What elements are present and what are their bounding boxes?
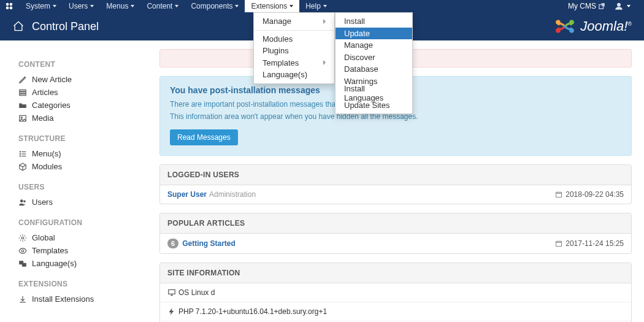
svg-rect-27 xyxy=(556,192,562,197)
caret-icon xyxy=(235,5,239,7)
sidebar-item-users[interactable]: Users xyxy=(18,196,147,209)
login-date: 2018-09-22 04:35 xyxy=(555,190,624,199)
dropdown-item-languages[interactable]: Language(s) xyxy=(254,69,334,81)
panel-heading: SITE INFORMATION xyxy=(160,263,631,283)
caret-icon xyxy=(175,5,178,7)
download-icon xyxy=(18,295,31,304)
svg-point-6 xyxy=(556,20,561,25)
eye-icon xyxy=(18,247,31,255)
sidebar-item-modules[interactable]: Modules xyxy=(18,160,147,173)
stack-icon xyxy=(18,88,31,97)
sidebar-heading-extensions: EXTENSIONS xyxy=(18,280,147,288)
cube-icon xyxy=(18,163,31,171)
svg-point-22 xyxy=(23,200,26,202)
sidebar-item-new-article[interactable]: New Article xyxy=(18,73,147,86)
dropdown-item-plugins[interactable]: Plugins xyxy=(254,45,334,57)
gear-icon xyxy=(18,234,31,242)
svg-rect-29 xyxy=(169,289,175,294)
nav-system[interactable]: System xyxy=(20,0,63,12)
siteinfo-row-php: PHP 7.1.20-1+ubuntu16.04.1+deb.sury.org+… xyxy=(160,302,631,321)
logged-in-user-row: Super User Administration 2018-09-22 04:… xyxy=(160,185,631,204)
panel-heading: LOGGED-IN USERS xyxy=(160,165,631,185)
svg-point-23 xyxy=(21,237,24,239)
nav-extensions[interactable]: Extensions xyxy=(245,0,299,12)
sidebar-heading-configuration: CONFIGURATION xyxy=(18,218,147,227)
screen-icon xyxy=(167,288,178,297)
calendar-icon xyxy=(555,191,562,198)
caret-icon xyxy=(90,5,94,7)
submenu-caret-icon xyxy=(323,60,326,65)
page-title: Control Panel xyxy=(12,20,99,33)
dropdown-item-manage[interactable]: Manage xyxy=(254,15,334,28)
nav-menus[interactable]: Menus xyxy=(100,0,140,12)
dropdown-item-templates[interactable]: Templates xyxy=(254,57,334,69)
svg-rect-18 xyxy=(21,153,26,154)
svg-rect-11 xyxy=(20,91,26,93)
sidebar-item-menus[interactable]: Menu(s) xyxy=(18,147,147,160)
svg-point-2 xyxy=(6,7,9,10)
svg-point-3 xyxy=(10,7,13,10)
sidebar-item-categories[interactable]: Categories xyxy=(18,99,147,112)
article-date: 2017-11-24 15:25 xyxy=(555,239,624,248)
list-icon xyxy=(18,150,31,158)
sidebar-item-articles[interactable]: Articles xyxy=(18,86,147,99)
svg-point-7 xyxy=(570,20,575,25)
dropdown-item-modules[interactable]: Modules xyxy=(254,33,334,45)
sidebar-item-install-extensions[interactable]: Install Extensions xyxy=(18,293,147,305)
extensions-dropdown: Manage Modules Plugins Templates Languag… xyxy=(253,12,335,84)
submenu-item-update[interactable]: Update xyxy=(335,28,412,40)
image-icon xyxy=(18,114,31,123)
caret-icon xyxy=(131,5,134,7)
sidebar-heading-users: USERS xyxy=(18,183,147,191)
folder-icon xyxy=(18,101,31,110)
sidebar-item-global[interactable]: Global xyxy=(18,231,147,244)
bolt-icon xyxy=(167,307,178,316)
svg-point-21 xyxy=(20,199,23,202)
svg-rect-20 xyxy=(21,155,26,156)
submenu-caret-icon xyxy=(323,19,326,24)
caret-icon xyxy=(53,5,56,7)
site-link[interactable]: My CMS xyxy=(568,2,605,10)
submenu-item-discover[interactable]: Discover xyxy=(335,52,412,64)
joomla-brand-icon[interactable] xyxy=(5,2,13,10)
joomla-logo: Joomla!® xyxy=(554,16,632,37)
caret-icon xyxy=(627,5,631,7)
svg-rect-16 xyxy=(21,151,26,151)
nav-help[interactable]: Help xyxy=(299,0,333,12)
svg-rect-12 xyxy=(20,94,26,95)
panel-popular-articles: POPULAR ARTICLES 6 Getting Started 2017-… xyxy=(159,213,632,254)
nav-items: System Users Menus Content Components Ex… xyxy=(20,0,333,12)
article-hits-badge: 6 xyxy=(167,239,178,248)
svg-point-0 xyxy=(6,3,9,6)
nav-content[interactable]: Content xyxy=(140,0,185,12)
article-link[interactable]: Getting Started xyxy=(182,239,236,248)
read-messages-button[interactable]: Read Messages xyxy=(170,129,238,145)
user-link[interactable]: Super User xyxy=(167,190,207,199)
nav-users[interactable]: Users xyxy=(63,0,100,12)
sidebar-item-templates[interactable]: Templates xyxy=(18,244,147,257)
siteinfo-row-os: OS Linux d xyxy=(160,283,631,302)
svg-point-15 xyxy=(20,151,21,152)
nav-components[interactable]: Components xyxy=(185,0,245,12)
sidebar-item-languages[interactable]: Language(s) xyxy=(18,257,147,270)
language-icon xyxy=(18,259,31,268)
panel-site-information: SITE INFORMATION OS Linux d PHP 7.1.20-1… xyxy=(159,263,632,322)
submenu-item-install[interactable]: Install xyxy=(335,15,412,28)
svg-point-14 xyxy=(21,117,22,118)
pencil-icon xyxy=(18,75,31,84)
panel-logged-in-users: LOGGED-IN USERS Super User Administratio… xyxy=(159,164,632,204)
svg-point-9 xyxy=(570,28,575,33)
svg-point-24 xyxy=(21,250,24,252)
manage-submenu: Install Update Manage Discover Database … xyxy=(335,12,413,114)
svg-point-5 xyxy=(617,3,621,7)
sidebar-item-media[interactable]: Media xyxy=(18,112,147,125)
user-menu[interactable] xyxy=(615,2,631,10)
user-role: Administration xyxy=(209,190,256,199)
svg-point-17 xyxy=(20,153,21,154)
submenu-item-install-languages[interactable]: Install Languages xyxy=(335,87,412,99)
svg-rect-10 xyxy=(20,90,26,91)
svg-point-8 xyxy=(556,28,561,33)
svg-rect-28 xyxy=(556,241,562,246)
submenu-item-database[interactable]: Database xyxy=(335,63,412,75)
submenu-item-manage[interactable]: Manage xyxy=(335,39,412,52)
